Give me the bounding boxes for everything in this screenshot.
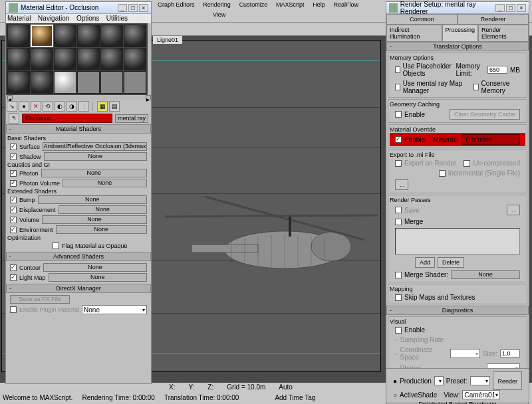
skip-maps-checkbox[interactable] [395, 294, 402, 301]
menu-item[interactable]: Graph Editors [158, 1, 195, 8]
view-dropdown[interactable]: View [213, 11, 225, 18]
window-title: Render Setup: mental ray Renderer [400, 1, 495, 15]
material-swatch[interactable] [77, 25, 100, 47]
mesh-helicopter [165, 183, 378, 303]
override-enable-checkbox[interactable] [395, 136, 402, 143]
maximize-button[interactable]: □ [128, 4, 138, 12]
plugin-dropdown[interactable]: None [82, 305, 147, 314]
material-name-field[interactable]: Occlusion [22, 114, 112, 123]
memory-limit-input[interactable] [487, 66, 507, 74]
surface-slot[interactable]: Ambient/Reflective Occlusion (3dsmax ) [43, 142, 147, 151]
svg-rect-2 [192, 245, 258, 252]
close-button[interactable]: × [139, 4, 148, 12]
menu-item[interactable]: Rendering [203, 1, 231, 8]
material-swatch[interactable] [7, 25, 30, 47]
preset-dropdown[interactable] [470, 376, 491, 385]
material-swatch[interactable] [124, 25, 146, 47]
make-icon[interactable]: ◐ [55, 101, 65, 112]
pick-icon[interactable]: ↘ [7, 101, 17, 112]
nav-icon[interactable]: ▤ [109, 101, 120, 112]
view-dropdown[interactable]: Caméra01 [462, 390, 500, 399]
put-icon[interactable]: ◑ [66, 101, 77, 112]
render-setup-titlebar[interactable]: Render Setup: mental ray Renderer _□× [386, 2, 529, 14]
window-title: Material Editor - Occlusion [21, 4, 98, 11]
material-swatch[interactable] [100, 71, 123, 94]
material-swatch[interactable] [54, 25, 76, 47]
passes-listbox[interactable] [395, 228, 520, 254]
menu-item[interactable]: MAXScript [276, 1, 305, 8]
section-directx[interactable]: DirectX Manager [6, 284, 151, 293]
delete-button[interactable]: Delete [438, 257, 464, 268]
material-swatch[interactable] [100, 25, 123, 47]
shadow-checkbox[interactable] [10, 153, 17, 160]
override-material-slot[interactable]: Occlusion [462, 134, 521, 145]
opts-icon[interactable]: ⋮ [78, 101, 89, 112]
material-toolbar[interactable]: ↘ ● ✕ ⟲ ◐ ◑ ⋮ ▦ ▤ [6, 100, 151, 112]
diag-enable-checkbox[interactable] [395, 327, 402, 334]
delete-icon[interactable]: ✕ [31, 101, 41, 112]
flag-opaque-checkbox[interactable] [53, 243, 59, 249]
material-editor-titlebar[interactable]: Material Editor - Occlusion _□× [6, 2, 151, 14]
menu-item[interactable]: Customize [239, 1, 268, 8]
svg-point-1 [311, 232, 351, 261]
material-swatch[interactable] [31, 48, 53, 70]
render-setup-window[interactable]: Render Setup: mental ray Renderer _□× Co… [386, 1, 529, 403]
shadow-slot[interactable]: None [44, 152, 147, 161]
material-swatch[interactable] [54, 48, 76, 70]
render-tabs-row1[interactable]: Common Renderer [386, 14, 529, 25]
material-swatch-selected[interactable] [31, 25, 53, 47]
render-tabs-row2[interactable]: Indirect Illumination Processing Render … [386, 25, 529, 42]
material-swatch[interactable] [77, 48, 100, 70]
maximize-button[interactable]: □ [506, 4, 515, 12]
merge-checkbox[interactable] [395, 219, 402, 225]
material-swatch[interactable] [7, 48, 30, 70]
section-material-shaders[interactable]: Material Shaders [6, 124, 151, 134]
app-icon [9, 3, 18, 13]
go-parent-icon[interactable]: ↰ [9, 113, 19, 124]
material-swatch[interactable] [31, 71, 53, 94]
menu-item[interactable]: RealFlow [334, 1, 359, 8]
material-swatch-grid[interactable] [6, 23, 148, 95]
section-advanced-shaders[interactable]: Advanced Shaders [6, 252, 151, 261]
app-icon [389, 3, 398, 13]
surface-checkbox[interactable] [10, 144, 17, 150]
menu-item[interactable]: Help [313, 1, 325, 8]
material-swatch[interactable] [100, 48, 123, 70]
material-menubar[interactable]: Material Navigation Options Utilities [6, 14, 151, 23]
render-button[interactable]: Render [493, 371, 522, 390]
shader-type[interactable]: mental ray [115, 114, 148, 123]
material-swatch[interactable] [54, 71, 76, 94]
material-swatch[interactable] [77, 71, 100, 94]
viewport-label: Ligne01 [153, 36, 182, 44]
minimize-button[interactable]: _ [495, 4, 505, 12]
material-swatch[interactable] [124, 71, 146, 94]
material-swatch[interactable] [7, 71, 30, 94]
show-icon[interactable]: ▦ [97, 101, 108, 112]
browse-button[interactable]: ... [395, 179, 408, 190]
minimize-button[interactable]: _ [118, 4, 127, 12]
add-button[interactable]: Add [415, 257, 435, 268]
material-swatch[interactable] [124, 48, 146, 70]
reset-icon[interactable]: ⟲ [43, 101, 53, 112]
status-msg: Welcome to MAXScript. [3, 394, 72, 403]
assign-icon[interactable]: ● [19, 101, 29, 112]
close-button[interactable]: × [517, 4, 526, 12]
material-editor-window[interactable]: Material Editor - Occlusion _□× Material… [5, 1, 152, 384]
